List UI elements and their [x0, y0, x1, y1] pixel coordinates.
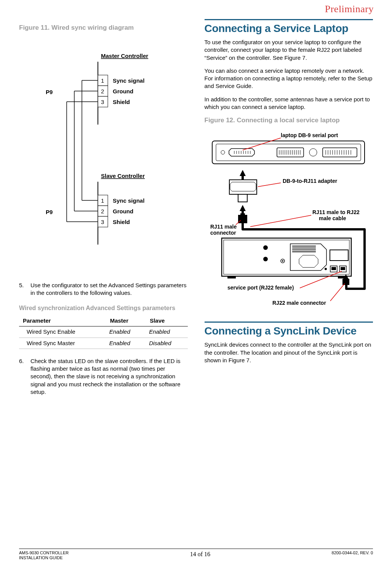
svg-text:service port (RJ22 female): service port (RJ22 female): [227, 285, 294, 291]
svg-rect-89: [227, 276, 236, 278]
step-5-number: 5.: [19, 282, 28, 289]
right-column: Connecting a Service Laptop To use the c…: [205, 19, 373, 400]
table-header-master: Master: [106, 315, 146, 326]
svg-rect-96: [292, 248, 316, 248]
svg-text:P9: P9: [46, 89, 53, 95]
figure-12-caption: Figure 12. Connecting a local service la…: [205, 116, 373, 125]
svg-rect-76: [238, 194, 247, 202]
svg-text:Ground: Ground: [113, 208, 133, 214]
paragraph: In addition to the controller, some ante…: [205, 96, 373, 111]
step-6-body: Check the status LED on the slave contro…: [30, 357, 188, 396]
figure-12-diagram: laptop DB-9 serial port DB-9-to-RJ11 ada…: [205, 130, 373, 312]
svg-rect-97: [292, 250, 316, 250]
svg-rect-82: [240, 213, 245, 216]
svg-text:Slave Controller: Slave Controller: [101, 173, 145, 179]
svg-marker-73: [240, 170, 246, 176]
svg-text:RJ11 male to RJ22
            : RJ11 male to RJ22 male cable: [312, 209, 361, 221]
svg-rect-106: [342, 279, 349, 285]
svg-point-92: [263, 257, 268, 261]
svg-text:Ground: Ground: [113, 88, 133, 94]
paragraph: SyncLink devices connect to the controll…: [205, 341, 373, 364]
svg-text:Sync signal: Sync signal: [113, 197, 144, 204]
svg-line-86: [250, 215, 311, 227]
svg-text:1: 1: [101, 197, 104, 204]
svg-rect-81: [238, 215, 247, 223]
paragraph: You can also connect a service laptop re…: [205, 67, 373, 90]
svg-text:DB-9-to-RJ11 adapter: DB-9-to-RJ11 adapter: [283, 178, 338, 184]
table-row: Wired Sync Enable Enabled Enabled: [19, 326, 188, 338]
section-divider: [205, 19, 373, 20]
footer-right: 8200-0344-02, REV. 0: [332, 550, 373, 560]
watermark: Preliminary: [325, 2, 374, 16]
svg-rect-103: [331, 267, 336, 270]
svg-text:3: 3: [101, 99, 104, 105]
paragraph: To use the configurator on your service …: [205, 38, 373, 62]
footer-left: AMS-9030 CONTROLLER INSTALLATION GUIDE: [19, 550, 69, 560]
figure-11-caption: Figure 11. Wired sync wiring diagram: [19, 24, 188, 32]
svg-text:P9: P9: [46, 209, 53, 215]
svg-text:1: 1: [101, 77, 104, 84]
parameters-table: Parameter Master Slave Wired Sync Enable…: [19, 315, 188, 349]
svg-rect-98: [292, 251, 316, 252]
table-header-parameter: Parameter: [19, 315, 106, 326]
svg-text:3: 3: [101, 219, 104, 225]
svg-rect-95: [292, 246, 316, 246]
step-5-body: Use the configurator to set the Advanced…: [30, 282, 188, 297]
figure-11-diagram: Master Controller 1 Sync signal 2 Ground…: [19, 37, 188, 273]
svg-text:2: 2: [101, 208, 104, 214]
svg-rect-100: [330, 250, 348, 260]
svg-line-78: [258, 183, 281, 187]
left-column: Figure 11. Wired sync wiring diagram Mas…: [19, 19, 188, 400]
section-title-synclink: Connecting a SyncLink Device: [205, 325, 373, 337]
footer-page-number: 14 of 16: [190, 550, 210, 560]
svg-text:Sync signal: Sync signal: [113, 77, 144, 84]
svg-text:laptop DB-9 serial port: laptop DB-9 serial port: [281, 132, 338, 138]
svg-text:2: 2: [101, 88, 104, 94]
svg-marker-79: [240, 205, 246, 211]
svg-line-112: [330, 283, 345, 301]
svg-point-91: [263, 245, 268, 250]
table-row: Wired Sync Master Enabled Disabled: [19, 338, 188, 349]
svg-text:Shield: Shield: [113, 219, 130, 225]
svg-rect-104: [341, 267, 345, 270]
section-title-service-laptop: Connecting a Service Laptop: [205, 22, 373, 35]
svg-point-105: [325, 268, 327, 270]
section-divider: [205, 322, 373, 323]
svg-text:RJ22 male connector: RJ22 male connector: [272, 300, 326, 306]
svg-text:RJ11 male
            connecto: RJ11 male connector: [210, 224, 238, 236]
svg-text:Master Controller: Master Controller: [101, 53, 148, 59]
page-footer: AMS-9030 CONTROLLER INSTALLATION GUIDE 1…: [19, 549, 373, 560]
table-header-slave: Slave: [146, 315, 187, 326]
step-6-number: 6.: [19, 357, 28, 365]
svg-point-94: [282, 260, 283, 262]
table-caption: Wired synchronization Advanced Settings …: [19, 304, 188, 312]
svg-rect-34: [216, 144, 361, 161]
svg-text:Shield: Shield: [113, 99, 130, 105]
